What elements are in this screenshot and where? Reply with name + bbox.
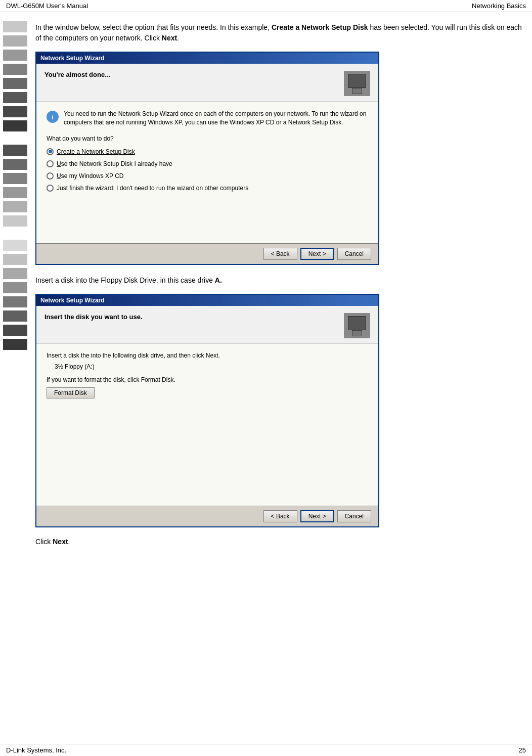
header-right: Networking Basics: [472, 2, 526, 10]
info-icon: i: [47, 111, 59, 123]
radio-3[interactable]: [47, 185, 54, 192]
radio-2[interactable]: [47, 172, 54, 180]
radio-0[interactable]: [47, 148, 54, 155]
radio-label-2: Use my Windows XP CD: [57, 172, 123, 180]
wizard1-title-text: Network Setup Wizard: [40, 55, 105, 62]
wizard2-back-button[interactable]: < Back: [263, 510, 297, 522]
wizard2-format-text: If you want to format the disk, click Fo…: [47, 376, 368, 383]
wizard2-cancel-button[interactable]: Cancel: [337, 510, 371, 522]
sidebar: [0, 17, 35, 725]
section3-text: Click Next.: [35, 538, 522, 546]
wizard2-next-button[interactable]: Next >: [300, 510, 334, 522]
wizard1-window: Network Setup Wizard You're almost done.…: [35, 52, 379, 265]
footer-right: 25: [519, 746, 526, 754]
radio-option-2[interactable]: Use my Windows XP CD: [47, 172, 368, 180]
section1-intro: In the window below, select the option t…: [35, 22, 522, 43]
wizard2-icon: [344, 313, 370, 338]
wizard2-title-text: Network Setup Wizard: [40, 297, 105, 304]
wizard1-next-button[interactable]: Next >: [300, 248, 334, 260]
wizard2-subtitle: Insert the disk you want to use.: [45, 313, 143, 321]
wizard1-back-button[interactable]: < Back: [263, 248, 297, 260]
wizard1-info-box: i You need to run the Network Setup Wiza…: [47, 110, 368, 127]
wizard1-question: What do you want to do?: [47, 135, 368, 142]
radio-1[interactable]: [47, 160, 54, 167]
footer-left: D-Link Systems, Inc.: [6, 746, 66, 754]
header-left: DWL-G650M User's Manual: [6, 2, 88, 10]
format-disk-button[interactable]: Format Disk: [47, 387, 95, 398]
wizard1-bottom-bar: < Back Next > Cancel: [36, 243, 378, 264]
wizard1-icon: [344, 71, 370, 96]
wizard1-cancel-button[interactable]: Cancel: [337, 248, 371, 260]
wizard1-titlebar: Network Setup Wizard: [36, 53, 378, 64]
wizard2-bottom-bar: < Back Next > Cancel: [36, 506, 378, 526]
wizard1-subtitle: You're almost done...: [45, 71, 110, 78]
radio-option-3[interactable]: Just finish the wizard; I don't need to …: [47, 185, 368, 192]
wizard2-insert-text: Insert a disk the into the following dis…: [47, 352, 368, 359]
section2-text: Insert a disk into the Floppy Disk Drive…: [35, 275, 522, 286]
wizard2-titlebar: Network Setup Wizard: [36, 295, 378, 306]
wizard2-window: Network Setup Wizard Insert the disk you…: [35, 294, 379, 527]
wizard1-info-text: You need to run the Network Setup Wizard…: [64, 110, 368, 127]
radio-option-1[interactable]: Use the Network Setup Disk I already hav…: [47, 160, 368, 167]
radio-label-1: Use the Network Setup Disk I already hav…: [57, 160, 172, 167]
radio-label-3: Just finish the wizard; I don't need to …: [57, 185, 248, 192]
radio-option-0[interactable]: Create a Network Setup Disk: [47, 148, 368, 155]
radio-label-0: Create a Network Setup Disk: [57, 148, 135, 155]
wizard2-drive-label: 3½ Floppy (A:): [55, 363, 368, 370]
